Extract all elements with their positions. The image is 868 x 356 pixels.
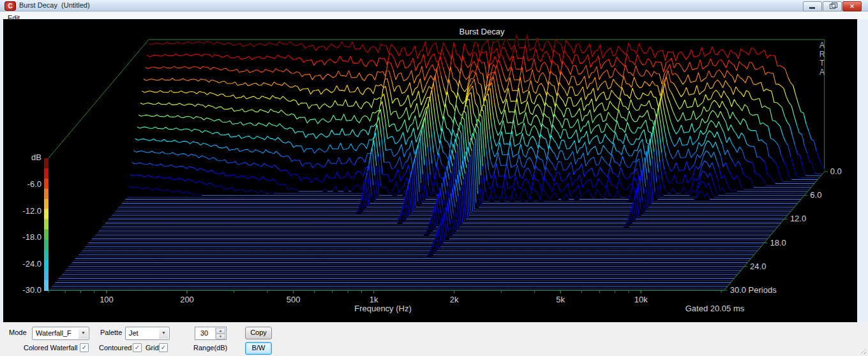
range-db-label: Range(dB) [193,344,227,352]
restore-icon [830,4,835,9]
svg-text:6.0: 6.0 [810,190,821,200]
svg-text:2k: 2k [450,295,459,304]
svg-text:A: A [819,41,825,50]
waterfall-generated: 0.06.012.018.024.030.0 Periods1002005001… [22,34,841,304]
contoured-label: Contoured [99,344,131,352]
window-title: Burst Decay (Untitled) [19,1,90,9]
svg-text:24.0: 24.0 [750,262,766,271]
svg-text:18.0: 18.0 [770,238,786,248]
svg-text:A: A [819,68,825,77]
close-icon: ✕ [843,2,861,11]
colored-waterfall-label: Colored Waterfall [24,344,78,352]
svg-text:12.0: 12.0 [790,214,806,223]
burst-decay-plot: Burst Decay Frequency (Hz) Gated 20.05 m… [3,19,857,322]
minimize-button[interactable] [803,1,822,11]
mode-label: Mode [9,329,27,336]
grid-checkbox[interactable]: ✓ [159,343,168,352]
svg-text:T: T [819,59,825,68]
svg-text:100: 100 [100,295,114,304]
minimize-icon [809,7,815,9]
svg-text:30.0 Periods: 30.0 Periods [730,285,777,295]
plot-title: Burst Decay [460,27,505,36]
control-panel: Mode Waterfall_F ▼ Palette Jet ▼ 30 ▲ ▼ … [0,322,868,356]
resize-grip-icon[interactable] [857,345,866,354]
palette-dropdown-arrow-icon: ▼ [159,328,168,339]
svg-text:-30.0: -30.0 [22,285,41,295]
svg-text:R: R [819,50,825,59]
svg-text:0.0: 0.0 [830,167,842,176]
mode-value: Waterfall_F [36,329,71,337]
mode-dropdown-arrow-icon: ▼ [79,328,88,339]
svg-text:5k: 5k [556,295,565,304]
svg-text:500: 500 [287,295,301,304]
spinner-down-icon[interactable]: ▼ [216,334,225,339]
svg-text:-18.0: -18.0 [22,232,41,242]
svg-text:-24.0: -24.0 [22,259,41,269]
palette-select[interactable]: Jet ▼ [125,327,170,340]
svg-text:-6.0: -6.0 [27,179,41,189]
arta-burst-decay-window: { "window": { "title": "Burst Decay (Unt… [0,0,868,356]
window-buttons: ✕ [803,1,862,11]
mode-select[interactable]: Waterfall_F ▼ [32,327,89,340]
x-axis-label: Frequency (Hz) [354,304,412,313]
spinner-up-icon[interactable]: ▲ [216,328,225,334]
close-button[interactable]: ✕ [842,1,862,11]
svg-text:1k: 1k [370,295,378,304]
menu-bar: Edit [0,11,868,19]
range-spinner: ▲ ▼ [215,328,225,339]
range-input[interactable]: 30 ▲ ▼ [195,327,227,340]
svg-text:200: 200 [180,295,194,304]
palette-value: Jet [129,329,138,337]
range-value: 30 [200,329,208,337]
title-bar: C Burst Decay (Untitled) ✕ [0,0,868,11]
grid-label: Grid [146,344,159,352]
restore-button[interactable] [823,1,842,11]
svg-text:-12.0: -12.0 [22,206,41,216]
colored-waterfall-checkbox[interactable]: ✓ [80,343,89,352]
copy-button[interactable]: Copy [245,327,272,339]
svg-text:10k: 10k [634,295,648,304]
gated-label: Gated 20.05 ms [685,304,745,313]
app-icon: C [4,1,16,11]
waterfall-canvas: Burst Decay Frequency (Hz) Gated 20.05 m… [3,19,857,322]
contoured-checkbox[interactable]: ✓ [133,343,142,352]
palette-label: Palette [100,329,122,336]
db-axis-unit: dB [31,152,41,162]
bw-button[interactable]: B/W [245,342,272,355]
